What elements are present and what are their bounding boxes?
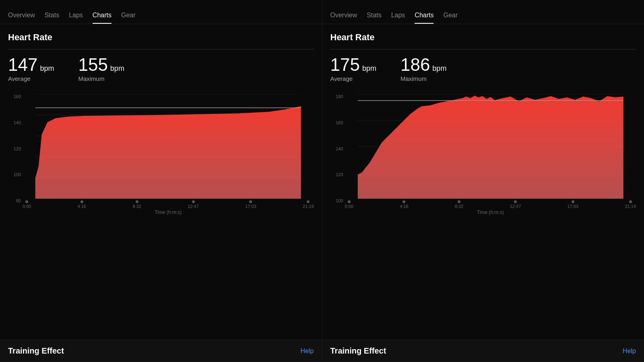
chart-container-left: 160 140 120 100 80 bbox=[0, 94, 322, 339]
tab-gear-left[interactable]: Gear bbox=[121, 12, 136, 24]
right-panel: Overview Stats Laps Charts Gear Heart Ra… bbox=[322, 0, 644, 362]
x-axis-label-left: Time (h:m:s) bbox=[23, 209, 314, 215]
x-tick-5-left: 21:19 bbox=[303, 200, 314, 209]
avg-unit-left: bpm bbox=[40, 64, 54, 73]
max-label-right: Maximum bbox=[400, 75, 446, 82]
tab-laps-right[interactable]: Laps bbox=[391, 12, 405, 24]
x-tick-0-left: 0:00 bbox=[23, 200, 31, 209]
right-nav-tabs: Overview Stats Laps Charts Gear bbox=[322, 0, 644, 24]
left-panel: Overview Stats Laps Charts Gear Heart Ra… bbox=[0, 0, 322, 362]
chart-svg-right bbox=[345, 94, 636, 199]
max-value-right: 186 bbox=[400, 56, 430, 74]
x-dot-left bbox=[25, 200, 28, 203]
x-tick-4-right: 17:03 bbox=[568, 200, 579, 209]
x-tick-2-left: 8:32 bbox=[133, 200, 141, 209]
avg-stat-left: 147 bpm Average bbox=[8, 56, 54, 82]
max-stat-left: 155 bpm Maximum bbox=[78, 56, 124, 82]
x-tick-0-right: 0:00 bbox=[345, 200, 353, 209]
tab-laps-left[interactable]: Laps bbox=[69, 12, 83, 24]
heart-rate-title-left: Heart Rate bbox=[8, 32, 314, 43]
main-container: Overview Stats Laps Charts Gear Heart Ra… bbox=[0, 0, 644, 362]
x-tick-1-left: 4:16 bbox=[78, 200, 86, 209]
x-tick-1-right: 4:16 bbox=[400, 200, 408, 209]
training-effect-section-left: Training Effect Help bbox=[0, 339, 322, 362]
tab-charts-right[interactable]: Charts bbox=[415, 12, 433, 24]
tab-stats-left[interactable]: Stats bbox=[45, 12, 59, 24]
training-effect-title-left: Training Effect bbox=[8, 346, 64, 356]
heart-rate-title-right: Heart Rate bbox=[330, 32, 636, 43]
chart-wrap-left: 160 140 120 100 80 bbox=[8, 94, 314, 215]
x-tick-5-right: 21:19 bbox=[625, 200, 636, 209]
training-effect-title-right: Training Effect bbox=[330, 346, 386, 356]
avg-value-left: 147 bbox=[8, 56, 37, 74]
tab-gear-right[interactable]: Gear bbox=[443, 12, 458, 24]
avg-label-right: Average bbox=[330, 75, 376, 82]
chart-wrap-right: 180 160 140 120 100 bbox=[330, 94, 636, 215]
tab-overview-right[interactable]: Overview bbox=[330, 12, 357, 24]
y-axis-left: 160 140 120 100 80 bbox=[8, 94, 21, 203]
x-tick-4-left: 17:03 bbox=[245, 200, 256, 209]
avg-unit-right: bpm bbox=[362, 64, 376, 73]
max-label-left: Maximum bbox=[78, 75, 124, 82]
tab-charts-left[interactable]: Charts bbox=[93, 12, 111, 24]
avg-label-left: Average bbox=[8, 75, 54, 82]
divider-left bbox=[8, 49, 314, 49]
x-axis-row-left: 0:00 4:16 8:32 12:47 bbox=[23, 199, 314, 209]
x-tick-2-right: 8:32 bbox=[455, 200, 463, 209]
max-value-left: 155 bbox=[78, 56, 107, 74]
heart-rate-section-right: Heart Rate 175 bpm Average 186 bpm Maxim… bbox=[322, 24, 644, 94]
tab-overview-left[interactable]: Overview bbox=[8, 12, 35, 24]
help-link-right[interactable]: Help bbox=[623, 348, 636, 355]
max-unit-right: bpm bbox=[432, 64, 446, 73]
tab-stats-right[interactable]: Stats bbox=[367, 12, 381, 24]
x-axis-label-right: Time (h:m:s) bbox=[345, 209, 636, 215]
max-stat-right: 186 bpm Maximum bbox=[400, 56, 446, 82]
chart-container-right: 180 160 140 120 100 bbox=[322, 94, 644, 339]
stats-row-left: 147 bpm Average 155 bpm Maximum bbox=[8, 56, 314, 82]
x-tick-3-right: 12:47 bbox=[510, 200, 521, 209]
chart-svg-left bbox=[23, 94, 314, 199]
heart-rate-section-left: Heart Rate 147 bpm Average 155 bpm Maxim… bbox=[0, 24, 322, 94]
x-tick-3-left: 12:47 bbox=[188, 200, 199, 209]
x-axis-row-right: 0:00 4:16 8:32 12:47 bbox=[345, 199, 636, 209]
divider-right bbox=[330, 49, 636, 49]
help-link-left[interactable]: Help bbox=[301, 348, 314, 355]
max-unit-left: bpm bbox=[110, 64, 124, 73]
avg-value-right: 175 bbox=[330, 56, 360, 74]
left-nav-tabs: Overview Stats Laps Charts Gear bbox=[0, 0, 322, 24]
training-effect-section-right: Training Effect Help bbox=[322, 339, 644, 362]
avg-stat-right: 175 bpm Average bbox=[330, 56, 376, 82]
stats-row-right: 175 bpm Average 186 bpm Maximum bbox=[330, 56, 636, 82]
y-axis-right: 180 160 140 120 100 bbox=[330, 94, 343, 203]
